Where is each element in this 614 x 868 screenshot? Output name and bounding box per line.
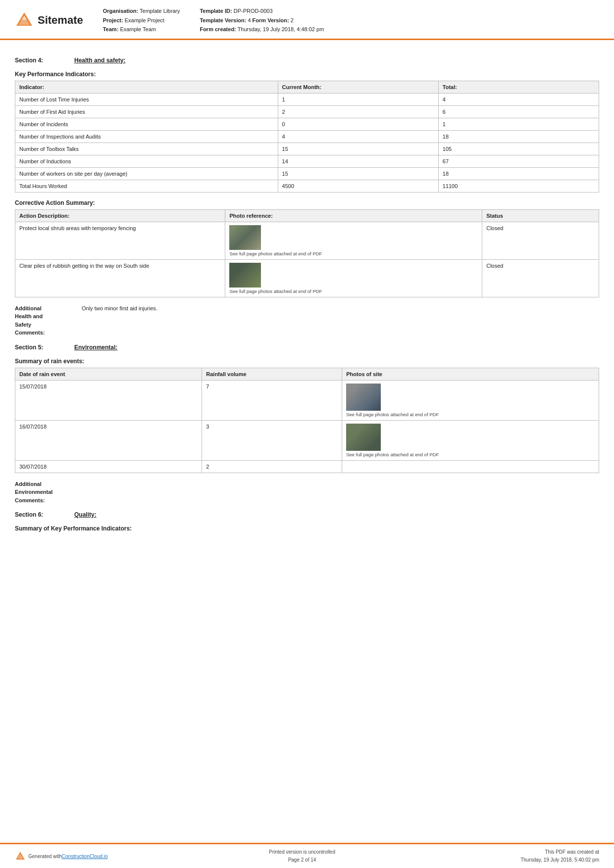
kpi-col3-header: Total: <box>438 81 599 93</box>
section4-title: Health and safety: <box>74 57 125 64</box>
corrective-description-2: Clear piles of rubbish getting in the wa… <box>15 259 225 297</box>
rain-section-title: Summary of rain events: <box>15 358 599 365</box>
section4-heading: Section 4: Health and safety: <box>15 57 599 64</box>
table-row: Total Hours Worked 4500 11100 <box>15 180 599 192</box>
footer-generated-link[interactable]: ConstructionCloud.io <box>62 854 108 859</box>
rain-volume-2: 3 <box>202 420 342 460</box>
kpi-total-1: 6 <box>438 105 599 118</box>
page-footer: Generated with ConstructionCloud.io Prin… <box>0 843 614 868</box>
section6-kpi-title: Summary of Key Performance Indicators: <box>15 525 599 532</box>
table-row: Number of Toolbox Talks 15 105 <box>15 143 599 155</box>
corrective-status-1: Closed <box>482 222 599 259</box>
photo-caption-2: See full page photos attached at end of … <box>229 289 478 294</box>
table-row: 30/07/2018 2 <box>15 460 599 473</box>
section6-heading: Section 6: Quality: <box>15 511 599 518</box>
logo-area: Sitemate <box>15 7 83 34</box>
kpi-indicator-6: Number of workers on site per day (avera… <box>15 167 278 180</box>
corrective-section-title: Corrective Action Summary: <box>15 199 599 206</box>
table-row: Number of Inductions 14 67 <box>15 155 599 167</box>
template-id-row: Template ID: DP-PROD-0003 <box>200 7 324 15</box>
corrective-col1-header: Action Description: <box>15 209 225 222</box>
rain-photo-2: See full page photos attached at end of … <box>342 420 599 460</box>
kpi-current-7: 4500 <box>278 180 438 192</box>
kpi-total-4: 105 <box>438 143 599 155</box>
footer-right-line1: This PDF was created at <box>545 849 599 855</box>
kpi-total-2: 1 <box>438 118 599 130</box>
kpi-indicator-4: Number of Toolbox Talks <box>15 143 278 155</box>
photo-caption-1: See full page photos attached at end of … <box>229 251 478 256</box>
rain-photo-image-2 <box>346 424 381 451</box>
rain-volume-1: 7 <box>202 380 342 420</box>
footer-logo-area: Generated with ConstructionCloud.io <box>15 851 124 862</box>
footer-center-line1: Printed version is uncontrolled <box>269 849 335 855</box>
rain-date-3: 30/07/2018 <box>15 460 202 473</box>
main-content: Section 4: Health and safety: Key Perfor… <box>0 40 614 570</box>
table-row: Number of Lost Time Injuries 1 4 <box>15 93 599 105</box>
project-row: Project: Example Project <box>103 16 180 25</box>
footer-center: Printed version is uncontrolled Page 2 o… <box>124 848 480 864</box>
section6-title: Quality: <box>74 511 97 518</box>
kpi-total-7: 11100 <box>438 180 599 192</box>
corrective-col2-header: Photo reference: <box>225 209 482 222</box>
kpi-col1-header: Indicator: <box>15 81 278 93</box>
corrective-photo-2: See full page photos attached at end of … <box>225 259 482 297</box>
rain-photo-image-1 <box>346 384 381 411</box>
kpi-total-6: 18 <box>438 167 599 180</box>
rain-date-2: 16/07/2018 <box>15 420 202 460</box>
kpi-current-1: 2 <box>278 105 438 118</box>
section4-label: Section 4: <box>15 57 59 64</box>
kpi-total-5: 67 <box>438 155 599 167</box>
corrective-photo-1: See full page photos attached at end of … <box>225 222 482 259</box>
photo-image-1 <box>229 225 261 250</box>
corrective-description-1: Protect local shrub areas with temporary… <box>15 222 225 259</box>
kpi-total-3: 18 <box>438 130 599 143</box>
org-row: Organisation: Template Library <box>103 7 180 15</box>
kpi-col2-header: Current Month: <box>278 81 438 93</box>
table-row: 15/07/2018 7 See full page photos attach… <box>15 380 599 420</box>
rain-photo-1: See full page photos attached at end of … <box>342 380 599 420</box>
footer-right-line2: Thursday, 19 July 2018, 5:40:02 pm <box>520 857 599 863</box>
rain-photo-3 <box>342 460 599 473</box>
additional-env-label: AdditionalEnvironmentalComments: <box>15 480 82 505</box>
team-row: Team: Example Team <box>103 25 180 34</box>
kpi-table: Indicator: Current Month: Total: Number … <box>15 81 599 193</box>
additional-hs-label: AdditionalHealth andSafetyComments: <box>15 304 82 337</box>
rain-col2-header: Rainfall volume <box>202 368 342 380</box>
section5-heading: Section 5: Environmental: <box>15 344 599 351</box>
footer-logo-icon <box>15 851 26 862</box>
kpi-current-2: 0 <box>278 118 438 130</box>
kpi-indicator-2: Number of Incidents <box>15 118 278 130</box>
additional-env-comments: AdditionalEnvironmentalComments: <box>15 480 599 505</box>
footer-generated-label: Generated with <box>28 854 62 859</box>
rain-table: Date of rain event Rainfall volume Photo… <box>15 368 599 473</box>
rain-photo-caption-2: See full page photos attached at end of … <box>346 452 595 457</box>
rain-photo-caption-1: See full page photos attached at end of … <box>346 412 595 417</box>
sitemate-logo-icon <box>15 11 34 30</box>
page-header: Sitemate Organisation: Template Library … <box>0 0 614 40</box>
kpi-current-6: 15 <box>278 167 438 180</box>
additional-hs-comments: AdditionalHealth andSafetyComments: Only… <box>15 304 599 337</box>
template-version-row: Template Version: 4 Form Version: 2 <box>200 16 324 25</box>
rain-volume-3: 2 <box>202 460 342 473</box>
rain-col3-header: Photos of site <box>342 368 599 380</box>
kpi-indicator-7: Total Hours Worked <box>15 180 278 192</box>
kpi-indicator-0: Number of Lost Time Injuries <box>15 93 278 105</box>
corrective-table: Action Description: Photo reference: Sta… <box>15 209 599 297</box>
table-row: Clear piles of rubbish getting in the wa… <box>15 259 599 297</box>
table-row: Number of First Aid Injuries 2 6 <box>15 105 599 118</box>
kpi-section-title: Key Performance Indicators: <box>15 71 599 78</box>
corrective-status-2: Closed <box>482 259 599 297</box>
kpi-current-4: 15 <box>278 143 438 155</box>
form-created-row: Form created: Thursday, 19 July 2018, 4:… <box>200 25 324 34</box>
header-meta: Organisation: Template Library Project: … <box>103 7 599 34</box>
footer-right: This PDF was created at Thursday, 19 Jul… <box>480 848 599 864</box>
rain-col1-header: Date of rain event <box>15 368 202 380</box>
kpi-indicator-1: Number of First Aid Injuries <box>15 105 278 118</box>
kpi-indicator-5: Number of Inductions <box>15 155 278 167</box>
table-row: 16/07/2018 3 See full page photos attach… <box>15 420 599 460</box>
section6-label: Section 6: <box>15 511 59 518</box>
header-meta-right: Template ID: DP-PROD-0003 Template Versi… <box>200 7 324 34</box>
kpi-current-3: 4 <box>278 130 438 143</box>
table-row: Number of Inspections and Audits 4 18 <box>15 130 599 143</box>
table-row: Number of Incidents 0 1 <box>15 118 599 130</box>
